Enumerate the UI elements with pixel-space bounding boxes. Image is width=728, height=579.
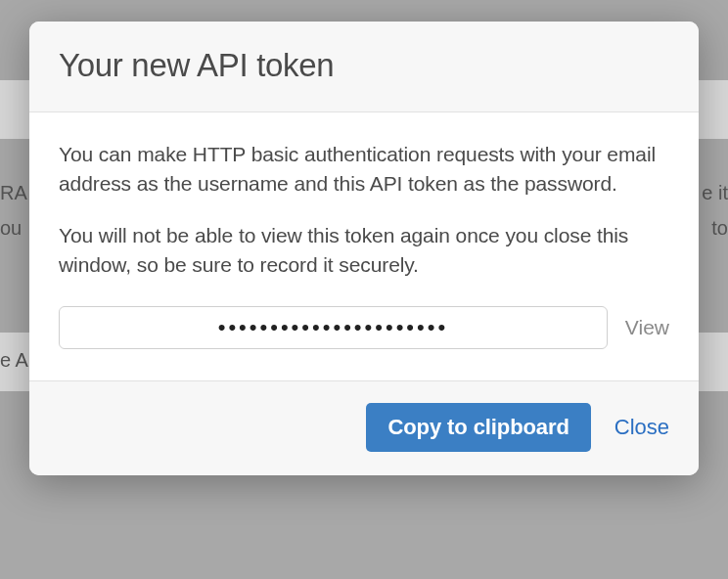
token-row: •••••••••••••••••••••• View (59, 306, 669, 349)
copy-to-clipboard-button[interactable]: Copy to clipboard (366, 403, 590, 452)
token-input[interactable]: •••••••••••••••••••••• (59, 306, 608, 349)
bg-text: e A (0, 349, 28, 372)
bg-text: ou (0, 217, 22, 240)
view-token-button[interactable]: View (625, 316, 669, 339)
description-paragraph-2: You will not be able to view this token … (59, 221, 669, 281)
modal-header: Your new API token (29, 22, 699, 112)
bg-text: RA (0, 182, 27, 204)
modal-footer: Copy to clipboard Close (29, 380, 699, 475)
modal-body: You can make HTTP basic authentication r… (29, 112, 699, 380)
bg-text: e it (702, 182, 728, 204)
close-button[interactable]: Close (614, 415, 669, 440)
bg-text: to (711, 217, 728, 240)
modal-title: Your new API token (59, 47, 669, 84)
description-paragraph-1: You can make HTTP basic authentication r… (59, 140, 669, 200)
api-token-modal: Your new API token You can make HTTP bas… (29, 22, 699, 475)
